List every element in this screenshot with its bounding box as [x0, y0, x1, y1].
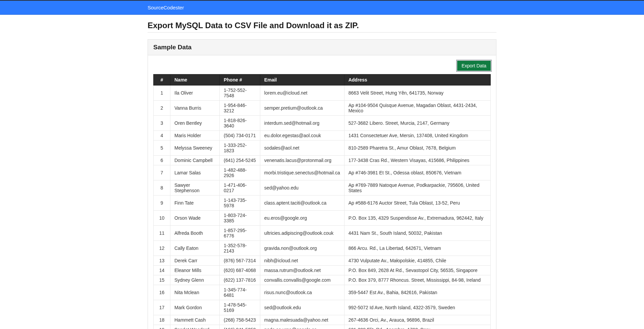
table-row: 16Nita Mclean1-345-774-6481risus.nunc@ou…: [154, 285, 491, 300]
cell-name: Melyssa Sweeney: [170, 141, 220, 156]
cell-num: 10: [154, 211, 170, 226]
table-row: 13Derek Carr(876) 567-7314nibh@icloud.ne…: [154, 256, 491, 266]
cell-num: 15: [154, 275, 170, 285]
cell-name: Derek Carr: [170, 256, 220, 266]
cell-num: 19: [154, 325, 170, 329]
table-row: 19Scarlet Woodard(166) 841-5259pede.ac.u…: [154, 325, 491, 329]
cell-name: Maris Holder: [170, 131, 220, 141]
col-header-email: Email: [260, 74, 344, 86]
table-row: 6Dominic Campbell(641) 254-5245venenatis…: [154, 156, 491, 165]
cell-phone: (876) 567-7314: [219, 256, 260, 266]
table-row: 15Sydney Glenn(622) 137-7816convallis.co…: [154, 275, 491, 285]
cell-email: convallis.convallis@google.com: [260, 275, 344, 285]
cell-address: 4431 Nam St., South Island, 50032, Pakis…: [344, 226, 490, 241]
cell-phone: (620) 687-4068: [219, 266, 260, 275]
cell-name: Cally Eaton: [170, 241, 220, 256]
cell-name: Dominic Campbell: [170, 156, 220, 165]
cell-address: 621-308 Elit, Rd., Anambra, 1792, Peru: [344, 325, 490, 329]
table-row: 14Eleanor Mills(620) 687-4068massa.rutru…: [154, 266, 491, 275]
cell-address: 4730 Vulputate Av., Małopolskie, 414855,…: [344, 256, 490, 266]
cell-phone: (504) 734-0171: [219, 131, 260, 141]
cell-address: Ap #588-6176 Auctor Street, Tula Oblast,…: [344, 196, 490, 211]
cell-num: 9: [154, 196, 170, 211]
cell-email: pede.ac.urna@google.ca: [260, 325, 344, 329]
cell-name: Sydney Glenn: [170, 275, 220, 285]
cell-address: Ap #104-9504 Quisque Avenue, Magadan Obl…: [344, 101, 490, 116]
cell-name: Oren Bentley: [170, 116, 220, 131]
cell-name: Ila Oliver: [170, 86, 220, 101]
table-row: 9Finn Tate1-143-735-5978class.aptent.tac…: [154, 196, 491, 211]
cell-phone: 1-803-724-3385: [219, 211, 260, 226]
cell-phone: 1-954-846-3212: [219, 101, 260, 116]
table-row: 17Mark Gordon1-478-545-5169sed@outlook.e…: [154, 300, 491, 315]
table-row: 5Melyssa Sweeney1-333-252-1823sodales@ao…: [154, 141, 491, 156]
cell-num: 4: [154, 131, 170, 141]
cell-address: P.O. Box 379, 8777 Rhoncus. Street, Miss…: [344, 275, 490, 285]
page-title: Export MySQL Data to CSV File and Downlo…: [148, 21, 496, 30]
cell-email: interdum.sed@hotmail.org: [260, 116, 344, 131]
table-row: 3Oren Bentley1-818-826-3640interdum.sed@…: [154, 116, 491, 131]
card-header: Sample Data: [148, 40, 496, 55]
col-header-name: Name: [170, 74, 220, 86]
table-row: 11Alfreda Booth1-857-295-6776ultricies.a…: [154, 226, 491, 241]
table-row: 8Sawyer Stephenson1-471-406-0217sed@yaho…: [154, 180, 491, 196]
cell-num: 17: [154, 300, 170, 315]
cell-num: 8: [154, 180, 170, 196]
table-row: 10Orson Wade1-803-724-3385eu.eros@google…: [154, 211, 491, 226]
cell-email: sed@outlook.edu: [260, 300, 344, 315]
cell-name: Orson Wade: [170, 211, 220, 226]
cell-address: Ap #769-7889 Natoque Avenue, Podkarpacki…: [344, 180, 490, 196]
navbar-brand[interactable]: SourceCodester: [148, 5, 184, 10]
cell-num: 5: [154, 141, 170, 156]
cell-phone: 1-333-252-1823: [219, 141, 260, 156]
cell-address: 810-2589 Pharetra St., Amur Oblast, 7678…: [344, 141, 490, 156]
cell-phone: (268) 758-5423: [219, 315, 260, 325]
table-row: 1Ila Oliver1-752-552-7548lorem.eu@icloud…: [154, 86, 491, 101]
cell-phone: 1-143-735-5978: [219, 196, 260, 211]
cell-email: class.aptent.taciti@outlook.ca: [260, 196, 344, 211]
sample-data-card: Sample Data Export Data # Name Phone # E…: [148, 39, 496, 329]
col-header-phone: Phone #: [219, 74, 260, 86]
cell-phone: 1-345-774-6481: [219, 285, 260, 300]
cell-email: gravida.non@outlook.org: [260, 241, 344, 256]
card-title: Sample Data: [153, 44, 491, 51]
cell-email: eu.dolor.egestas@aol.couk: [260, 131, 344, 141]
cell-address: Ap #746-3981 Et St., Odessa oblast, 8506…: [344, 165, 490, 180]
cell-name: Finn Tate: [170, 196, 220, 211]
cell-name: Alfreda Booth: [170, 226, 220, 241]
cell-num: 11: [154, 226, 170, 241]
cell-address: P.O. Box 849, 2628 At Rd., Sevastopol Ci…: [344, 266, 490, 275]
title-separator: [148, 32, 496, 33]
cell-email: sodales@aol.net: [260, 141, 344, 156]
cell-email: eu.eros@google.org: [260, 211, 344, 226]
cell-phone: 1-471-406-0217: [219, 180, 260, 196]
cell-address: 866 Arcu. Rd., La Libertad, 642671, Viet…: [344, 241, 490, 256]
table-row: 12Cally Eaton1-352-578-2143gravida.non@o…: [154, 241, 491, 256]
cell-num: 1: [154, 86, 170, 101]
cell-phone: 1-857-295-6776: [219, 226, 260, 241]
cell-name: Vanna Burris: [170, 101, 220, 116]
cell-phone: 1-818-826-3640: [219, 116, 260, 131]
col-header-num: #: [154, 74, 170, 86]
cell-address: 1431 Consectetuer Ave, Mersin, 137408, U…: [344, 131, 490, 141]
cell-email: morbi.tristique.senectus@hotmail.ca: [260, 165, 344, 180]
cell-phone: (622) 137-7816: [219, 275, 260, 285]
cell-num: 2: [154, 101, 170, 116]
table-head: # Name Phone # Email Address: [154, 74, 491, 86]
cell-phone: 1-482-488-2926: [219, 165, 260, 180]
cell-name: Eleanor Mills: [170, 266, 220, 275]
cell-email: risus.nunc@outlook.ca: [260, 285, 344, 300]
export-data-button[interactable]: Export Data: [457, 61, 491, 71]
cell-name: Hammett Cash: [170, 315, 220, 325]
navbar: SourceCodester: [0, 0, 644, 15]
cell-num: 14: [154, 266, 170, 275]
cell-num: 12: [154, 241, 170, 256]
cell-email: nibh@icloud.net: [260, 256, 344, 266]
cell-num: 3: [154, 116, 170, 131]
cell-address: 267-4636 Orci, Av., Arauca, 96896, Brazi…: [344, 315, 490, 325]
export-button-row: Export Data: [153, 61, 491, 71]
col-header-address: Address: [344, 74, 490, 86]
cell-address: 527-3682 Libero. Street, Murcia, 2147, G…: [344, 116, 490, 131]
cell-name: Mark Gordon: [170, 300, 220, 315]
cell-address: 992-5072 Id Ave, North Island, 4322-3579…: [344, 300, 490, 315]
